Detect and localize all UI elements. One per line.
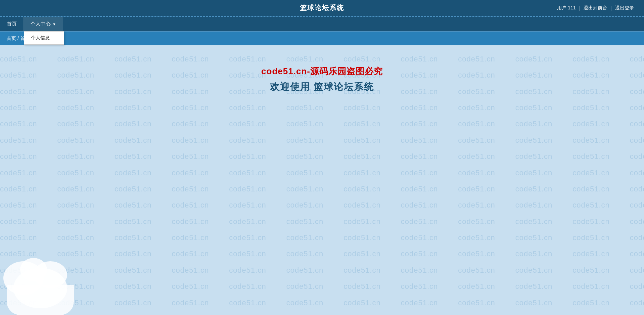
divider2: | xyxy=(610,5,612,11)
nav-home-label: 首页 xyxy=(7,21,17,27)
top-bar: 篮球论坛系统 用户 111 | 退出到前台 | 退出登录 xyxy=(0,0,644,17)
dropdown-item-personal-info[interactable]: 个人信息 xyxy=(24,32,64,44)
nav-bar: 首页 个人中心 ▼ 个人信息 xyxy=(0,17,644,32)
breadcrumb-bar: 首页 / 首 xyxy=(0,32,644,45)
goto-frontend-link[interactable]: 退出到前台 xyxy=(584,5,607,11)
nav-personal-center-label: 个人中心 xyxy=(31,21,51,27)
top-bar-right: 用户 111 | 退出到前台 | 退出登录 xyxy=(557,5,634,11)
logout-link[interactable]: 退出登录 xyxy=(615,5,634,11)
main-content: code51.cn-源码乐园盗图必究 欢迎使用 篮球论坛系统 xyxy=(0,45,644,280)
chevron-down-icon: ▼ xyxy=(52,22,56,26)
welcome-text: 欢迎使用 篮球论坛系统 xyxy=(7,81,637,93)
dropdown-item-personal-info-label: 个人信息 xyxy=(31,35,50,40)
site-title: 篮球论坛系统 xyxy=(300,3,344,12)
user-label: 用户 111 xyxy=(557,5,576,11)
divider1: | xyxy=(579,5,581,11)
watermark-notice: code51.cn-源码乐园盗图必究 xyxy=(7,65,637,77)
nav-personal-center[interactable]: 个人中心 ▼ 个人信息 xyxy=(24,17,63,31)
personal-center-dropdown: 个人信息 xyxy=(24,31,64,45)
nav-home[interactable]: 首页 xyxy=(0,17,24,31)
breadcrumb: 首页 / 首 xyxy=(7,36,25,42)
cloud-5 xyxy=(7,285,74,315)
